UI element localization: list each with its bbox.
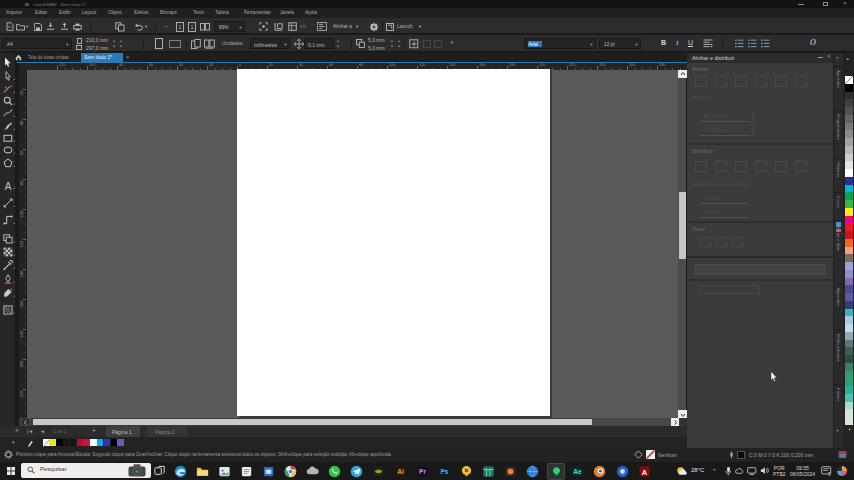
svg-text:Pr: Pr (419, 468, 426, 475)
svg-text:1: 1 (178, 24, 181, 30)
svg-text:A: A (642, 467, 648, 476)
svg-text:Ai: Ai (397, 468, 404, 475)
svg-text:1: 1 (190, 24, 193, 30)
svg-text:Ae: Ae (573, 468, 582, 475)
svg-text:Ps: Ps (441, 468, 449, 475)
svg-text:A: A (5, 181, 12, 192)
